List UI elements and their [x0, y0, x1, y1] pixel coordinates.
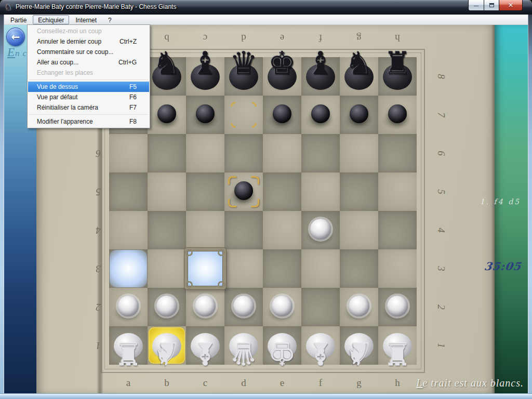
piece-black-queen-d8[interactable]: ♛ [224, 57, 263, 96]
square-e6[interactable] [263, 134, 301, 172]
square-f2[interactable] [301, 288, 340, 326]
back-button[interactable]: ← [6, 28, 25, 46]
square-d6[interactable] [224, 134, 263, 172]
piece-black-pawn-c7[interactable] [186, 96, 224, 134]
square-f3[interactable] [301, 249, 340, 288]
queen-glyph: ♛ [224, 335, 263, 373]
piece-black-pawn-g7[interactable] [340, 96, 378, 134]
menu-item-label: Conseillez-moi un coup [37, 28, 102, 35]
square-a5[interactable] [109, 172, 148, 211]
square-e4[interactable] [263, 211, 301, 249]
white-pawn-sphere [272, 296, 292, 316]
menu-item-label: Modifier l'apparence [37, 118, 93, 125]
file-label-top-e: e [263, 31, 301, 45]
square-f6[interactable] [301, 134, 340, 172]
piece-white-pawn-b2[interactable] [148, 288, 186, 326]
menubar-item-partie[interactable]: Partie [5, 15, 32, 24]
piece-white-queen-d1[interactable]: ♛ [224, 326, 263, 365]
square-h5[interactable] [378, 172, 417, 211]
piece-white-pawn-h2[interactable] [378, 288, 417, 326]
rank-label-left-1: 1 [91, 326, 105, 365]
menu-item-annuler-le-dernier-coup[interactable]: Annuler le dernier coupCtrl+Z [28, 36, 149, 47]
highlight-move-a3[interactable] [110, 250, 147, 287]
piece-white-king-e1[interactable]: ♚ [263, 326, 301, 365]
menubar-item-echiquier[interactable]: Echiquier [33, 15, 69, 24]
piece-black-pawn-b7[interactable] [148, 96, 186, 134]
square-d4[interactable] [224, 211, 263, 249]
black-pawn-sphere [311, 104, 330, 123]
gold-chevron-icon [229, 116, 242, 129]
piece-black-knight-g8[interactable]: ♞ [340, 57, 378, 96]
square-f5[interactable] [301, 172, 340, 211]
window-border-left [0, 15, 4, 393]
menubar-item-internet[interactable]: Internet [70, 15, 102, 24]
menu-item-label: Annuler le dernier coup [37, 38, 101, 45]
square-e5[interactable] [263, 172, 301, 211]
highlight-hover-c3[interactable] [184, 248, 226, 289]
square-c4[interactable] [186, 211, 224, 249]
piece-white-pawn-c2[interactable] [186, 288, 224, 326]
piece-black-rook-h8[interactable]: ♜ [378, 57, 417, 96]
square-a4[interactable] [109, 211, 148, 249]
square-c6[interactable] [186, 134, 224, 172]
file-label-top-g: g [340, 31, 378, 45]
square-h4[interactable] [378, 211, 417, 249]
rank-label-right-5: 5 [422, 185, 460, 198]
piece-black-pawn-e7[interactable] [263, 96, 301, 134]
piece-white-bishop-c1[interactable]: ♝ [186, 326, 224, 365]
piece-white-rook-a1[interactable]: ♜ [109, 326, 148, 365]
piece-white-rook-h1[interactable]: ♜ [378, 326, 417, 365]
piece-white-pawn-e2[interactable] [263, 288, 301, 326]
square-b4[interactable] [148, 211, 186, 249]
square-c5[interactable] [186, 172, 224, 211]
minimize-button[interactable]: — [468, 0, 484, 11]
piece-white-pawn-a2[interactable] [109, 288, 148, 326]
piece-white-pawn-d2[interactable] [224, 288, 263, 326]
piece-black-king-e8[interactable]: ♚ [263, 57, 301, 96]
square-b3[interactable] [148, 249, 186, 288]
menu-item-commentaire-sur-ce-coup[interactable]: Commentaire sur ce coup... [28, 47, 149, 57]
square-d3[interactable] [224, 249, 263, 288]
piece-white-knight-g1[interactable]: ♞ [340, 326, 378, 365]
menu-item-vue-par-defaut[interactable]: Vue par défautF6 [28, 92, 149, 102]
square-h6[interactable] [378, 134, 417, 172]
menu-item-shortcut: F6 [129, 92, 137, 102]
square-g6[interactable] [340, 134, 378, 172]
menu-item-label: Vue par défaut [37, 94, 77, 101]
piece-white-pawn-f4[interactable] [301, 211, 340, 249]
last-move-target-d5 [224, 172, 263, 211]
bishop-glyph: ♝ [186, 44, 224, 82]
menu-item-label: Réinitialiser la caméra [37, 104, 98, 111]
square-e3[interactable] [263, 249, 301, 288]
square-b6[interactable] [148, 134, 186, 172]
piece-white-bishop-f1[interactable]: ♝ [301, 326, 340, 365]
window-border-bottom [0, 393, 532, 399]
square-a6[interactable] [109, 134, 148, 172]
white-pawn-sphere [233, 296, 254, 316]
maximize-button[interactable] [484, 0, 499, 11]
piece-black-knight-b8[interactable]: ♞ [148, 57, 186, 96]
application-window: ♞ Pierre-Marie Baty contre Pierre-Marie … [0, 0, 532, 399]
menu-item-modifier-apparence[interactable]: Modifier l'apparenceF8 [28, 116, 149, 127]
piece-black-bishop-c8[interactable]: ♝ [186, 57, 224, 96]
square-g5[interactable] [340, 172, 378, 211]
file-label-bottom-h: h [378, 376, 417, 390]
close-button[interactable]: ✕ [499, 0, 523, 11]
square-g3[interactable] [340, 249, 378, 288]
menu-item-aller-au-coup[interactable]: Aller au coup...Ctrl+G [28, 57, 149, 68]
menubar-item-help[interactable]: ? [103, 15, 117, 24]
piece-white-pawn-g2[interactable] [340, 288, 378, 326]
piece-black-pawn-h7[interactable] [378, 96, 417, 134]
piece-black-pawn-f7[interactable] [301, 96, 340, 134]
square-b5[interactable] [148, 172, 186, 211]
square-g4[interactable] [340, 211, 378, 249]
titlebar[interactable]: ♞ Pierre-Marie Baty contre Pierre-Marie … [0, 0, 532, 15]
piece-black-bishop-f8[interactable]: ♝ [301, 57, 340, 96]
square-h3[interactable] [378, 249, 417, 288]
rook-glyph: ♜ [378, 335, 417, 373]
piece-white-knight-b1[interactable]: ♞ [148, 326, 186, 365]
menu-item-vue-de-dessus[interactable]: Vue de dessusF5 [28, 82, 149, 92]
maximize-icon [489, 3, 494, 7]
menu-item-reinitialiser-la-camera[interactable]: Réinitialiser la caméraF7 [28, 102, 149, 113]
white-pawn-sphere [156, 296, 177, 316]
